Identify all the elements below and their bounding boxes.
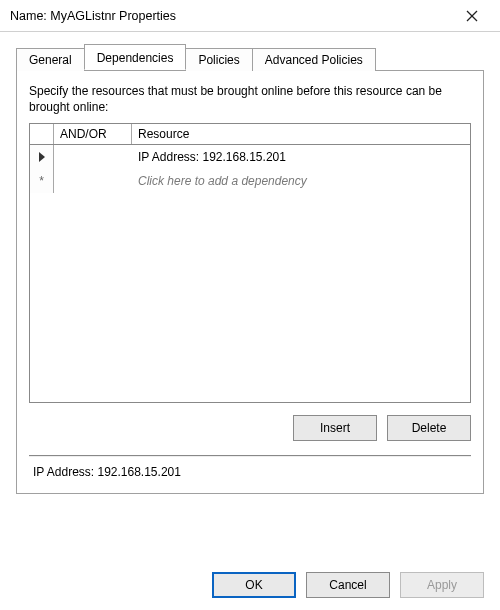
grid-body: IP Address: 192.168.15.201 * Click here … [30,145,470,402]
dependency-expression: IP Address: 192.168.15.201 [29,463,471,479]
grid-header-rowselector [30,124,54,144]
tab-policies[interactable]: Policies [185,48,252,71]
delete-button[interactable]: Delete [387,415,471,441]
close-icon [466,10,478,22]
grid-header-andor: AND/OR [54,124,132,144]
tab-advanced-policies[interactable]: Advanced Policies [252,48,376,71]
cell-andor[interactable] [54,145,132,169]
apply-button[interactable]: Apply [400,572,484,598]
cancel-button[interactable]: Cancel [306,572,390,598]
grid-button-row: Insert Delete [29,415,471,441]
table-row[interactable]: * Click here to add a dependency [30,169,470,193]
row-pointer-icon [39,152,45,162]
insert-button[interactable]: Insert [293,415,377,441]
grid-header-resource: Resource [132,124,470,144]
tab-label: Policies [198,53,239,67]
tab-panel-dependencies: Specify the resources that must be broug… [16,70,484,494]
window-title: Name: MyAGListnr Properties [10,9,452,23]
tab-general[interactable]: General [16,48,85,71]
dialog-footer: OK Cancel Apply [212,572,484,598]
tab-label: Dependencies [97,51,174,65]
titlebar: Name: MyAGListnr Properties [0,0,500,32]
cell-resource-placeholder[interactable]: Click here to add a dependency [132,169,470,193]
instruction-text: Specify the resources that must be broug… [29,83,471,115]
tab-label: Advanced Policies [265,53,363,67]
ok-button[interactable]: OK [212,572,296,598]
row-marker-current [30,145,54,169]
new-row-icon: * [39,175,44,187]
dependencies-grid[interactable]: AND/OR Resource IP Address: 192.168.15.2… [29,123,471,403]
table-row[interactable]: IP Address: 192.168.15.201 [30,145,470,169]
dialog-content: General Dependencies Policies Advanced P… [0,32,500,494]
grid-header: AND/OR Resource [30,124,470,145]
close-button[interactable] [452,1,492,31]
row-marker-new: * [30,169,54,193]
separator [29,455,471,457]
cell-andor[interactable] [54,169,132,193]
tab-strip: General Dependencies Policies Advanced P… [16,44,484,70]
tab-label: General [29,53,72,67]
tab-dependencies[interactable]: Dependencies [84,44,187,70]
cell-resource[interactable]: IP Address: 192.168.15.201 [132,145,470,169]
